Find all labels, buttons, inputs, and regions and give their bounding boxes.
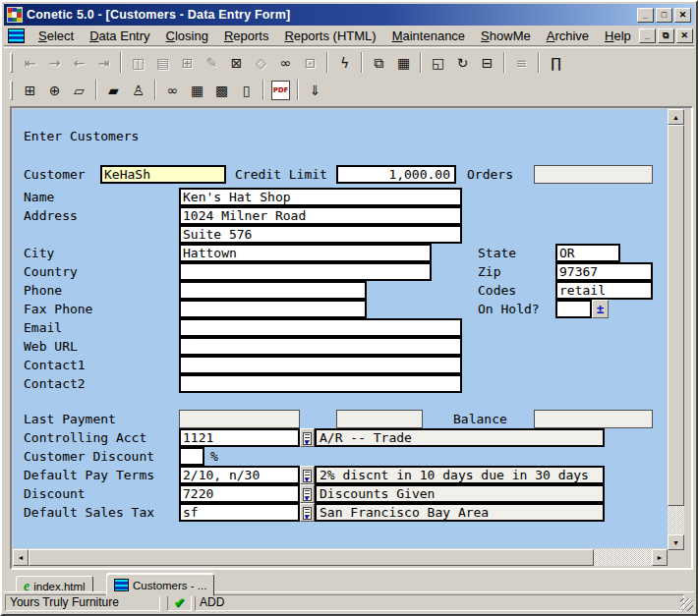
form-window-button[interactable]: ◱ [426, 51, 450, 74]
menu-archive[interactable]: Archive [539, 27, 597, 45]
menu-showme[interactable]: ShowMe [473, 27, 539, 45]
mdi-minimize-button[interactable]: _ [639, 28, 656, 43]
default-sales-tax-input[interactable] [179, 503, 300, 522]
menu-closing[interactable]: Closing [158, 27, 216, 45]
menu-data-entry[interactable]: Data Entry [82, 27, 157, 45]
name-input[interactable] [179, 188, 462, 206]
menu-reports-html[interactable]: Reports (HTML) [276, 27, 383, 45]
horizontal-scroll-thumb[interactable] [29, 549, 594, 566]
edit-record-button[interactable]: ✎ [200, 51, 224, 74]
view-record-icon: ◫ [132, 56, 145, 70]
cube-button[interactable]: ◇ [249, 51, 273, 74]
minimize-button[interactable]: _ [637, 8, 654, 23]
phone-label: Phone [24, 281, 62, 300]
state-input[interactable] [555, 244, 620, 262]
nav-last-button[interactable]: ⇥ [91, 51, 116, 74]
pdf-button[interactable]: PDF [268, 79, 293, 101]
refresh-clock-icon: ↻ [457, 56, 469, 70]
credit-limit-input[interactable] [336, 165, 456, 184]
default-sales-tax-lookup-button[interactable] [300, 503, 315, 522]
controlling-acct-lookup-button[interactable] [300, 428, 315, 447]
email-input[interactable] [179, 318, 462, 337]
on-hold-input[interactable] [555, 300, 592, 318]
country-input[interactable] [179, 262, 432, 281]
lightning-button[interactable]: ϟ [332, 51, 357, 74]
image-button[interactable]: ▦ [185, 79, 209, 101]
tab-customers[interactable]: Customers - ... [106, 574, 214, 596]
open-folder-button[interactable]: ▱ [67, 79, 91, 101]
default-pay-terms-description: 2% discnt in 10 days due in 30 days [315, 466, 605, 484]
discount-description: Discounts Given [315, 484, 605, 503]
toolbar-gripper[interactable] [10, 53, 13, 73]
horizontal-scroll-track[interactable] [594, 549, 652, 566]
discount-input[interactable] [179, 484, 300, 503]
penguin-edit-button[interactable]: ♙ [126, 79, 150, 101]
contact2-input[interactable] [179, 374, 462, 393]
nav-first-button[interactable]: ⇤ [18, 51, 42, 74]
binoculars-button[interactable]: ∞ [160, 79, 185, 101]
penguin-edit-icon: ♙ [132, 84, 145, 97]
delete-record-button[interactable]: ⊠ [224, 51, 249, 74]
export-button[interactable]: ⇓ [303, 79, 327, 101]
maximize-button[interactable]: □ [656, 8, 672, 23]
scroll-up-button[interactable]: ▲ [668, 109, 684, 125]
form-container: Enter Customers Customer Credit Limit Or… [10, 106, 693, 570]
contact1-input[interactable] [179, 356, 462, 374]
on-hold-spinner[interactable]: ± [592, 300, 609, 318]
menu-reports[interactable]: Reports [216, 27, 277, 45]
new-record-button[interactable]: ▤ [150, 51, 175, 74]
resize-grip[interactable] [680, 598, 693, 611]
vertical-scroll-track[interactable] [668, 506, 684, 534]
discount-lookup-button[interactable] [300, 484, 315, 503]
city-input[interactable] [179, 244, 432, 262]
folder-p-button[interactable]: ▰ [101, 79, 126, 101]
menu-help[interactable]: Help [597, 27, 639, 45]
trash-button[interactable]: ▯ [234, 79, 259, 101]
toolbar-gripper-2[interactable] [10, 81, 13, 100]
codes-input[interactable] [555, 281, 653, 300]
web-url-input[interactable] [179, 337, 462, 356]
add-record-button[interactable]: ⊞ [175, 51, 200, 74]
controlling-acct-input[interactable] [179, 428, 300, 447]
paste-button[interactable]: ▦ [391, 51, 416, 74]
lookup-list-icon [303, 432, 312, 445]
customer-label: Customer [24, 165, 86, 184]
state-label: State [478, 244, 516, 262]
goto-record-button[interactable]: ⊡ [298, 51, 322, 74]
nav-prev-button[interactable]: ← [67, 51, 91, 74]
image-save-button[interactable]: ▩ [209, 79, 234, 101]
scroll-left-button[interactable]: ◄ [13, 549, 29, 566]
titlebar: Conetic 5.0 - [Customers - Data Entry Fo… [4, 4, 694, 26]
pdf-icon: PDF [271, 81, 291, 100]
open-folder-add-button[interactable]: ⊕ [42, 79, 67, 101]
phone-input[interactable] [179, 281, 367, 300]
new-doc-button[interactable]: ⊞ [18, 79, 42, 101]
find-record-button[interactable]: ∞ [273, 51, 298, 74]
menu-maintenance[interactable]: Maintenance [384, 27, 473, 45]
default-pay-terms-input[interactable] [179, 466, 300, 484]
copy-button[interactable]: ⧉ [367, 51, 391, 74]
balance-field [534, 410, 653, 428]
menu-select[interactable]: Select [30, 27, 82, 45]
exit-door-button[interactable]: ∏ [544, 51, 568, 74]
default-pay-terms-lookup-button[interactable] [300, 466, 315, 484]
zip-input[interactable] [555, 262, 653, 281]
vertical-scroll-thumb[interactable] [668, 125, 684, 506]
scroll-right-button[interactable]: ► [652, 549, 668, 566]
nav-next-button[interactable]: → [42, 51, 67, 74]
fax-phone-input[interactable] [179, 300, 367, 318]
close-button[interactable]: ✕ [674, 8, 691, 23]
address-line2-input[interactable] [179, 225, 462, 244]
refresh-clock-button[interactable]: ↻ [450, 51, 475, 74]
mdi-restore-button[interactable]: ⧉ [658, 28, 674, 43]
books-button[interactable]: ≡ [509, 51, 534, 74]
customer-discount-input[interactable] [179, 447, 204, 466]
customer-input[interactable] [100, 165, 226, 184]
scroll-down-button[interactable]: ▼ [668, 534, 684, 550]
web-url-label: Web URL [24, 337, 78, 356]
address-line1-input[interactable] [179, 206, 462, 225]
print-button[interactable]: ⊟ [475, 51, 499, 74]
mdi-document-icon[interactable] [8, 28, 25, 43]
mdi-close-button[interactable]: ✕ [676, 28, 693, 43]
view-record-button[interactable]: ◫ [126, 51, 150, 74]
